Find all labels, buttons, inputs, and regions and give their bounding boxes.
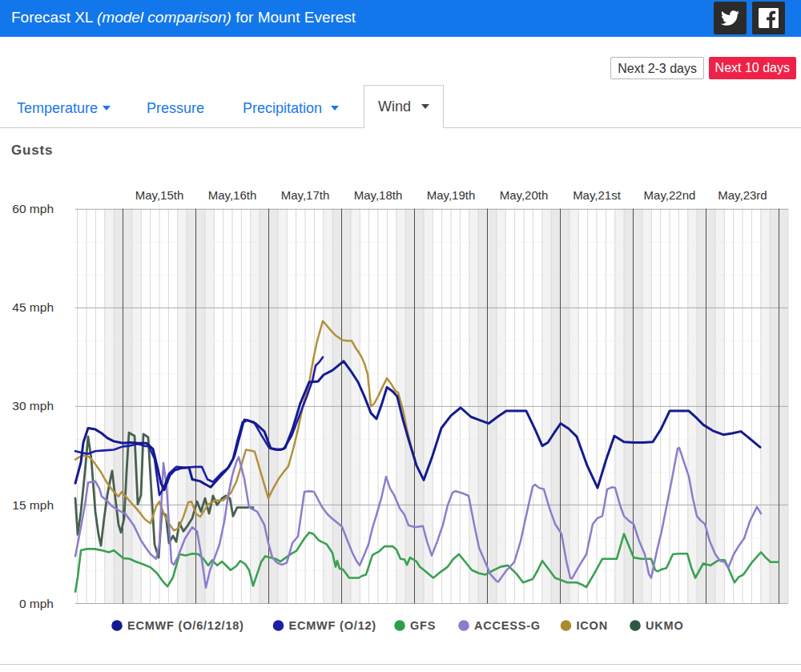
svg-text:May,19th: May,19th [427, 188, 476, 202]
svg-text:15 mph: 15 mph [12, 498, 54, 512]
svg-text:May,22nd: May,22nd [644, 188, 696, 202]
svg-text:UKMO: UKMO [646, 619, 684, 632]
svg-text:ECMWF (O/6/12/18): ECMWF (O/6/12/18) [127, 619, 244, 632]
svg-text:May,21st: May,21st [573, 188, 622, 202]
svg-text:45 mph: 45 mph [12, 300, 54, 314]
svg-text:May,20th: May,20th [500, 188, 549, 202]
svg-text:ICON: ICON [577, 619, 608, 632]
svg-text:May,17th: May,17th [281, 188, 330, 202]
svg-text:60 mph: 60 mph [12, 202, 54, 215]
svg-text:ECMWF (O/12): ECMWF (O/12) [289, 619, 377, 632]
svg-text:May,23rd: May,23rd [718, 188, 767, 202]
svg-text:May,18th: May,18th [354, 188, 403, 202]
svg-text:May,16th: May,16th [208, 188, 257, 202]
svg-text:30 mph: 30 mph [12, 399, 54, 412]
svg-text:May,15th: May,15th [135, 188, 184, 202]
svg-text:0 mph: 0 mph [19, 597, 54, 610]
svg-text:ACCESS-G: ACCESS-G [474, 619, 541, 632]
svg-text:GFS: GFS [410, 619, 436, 632]
